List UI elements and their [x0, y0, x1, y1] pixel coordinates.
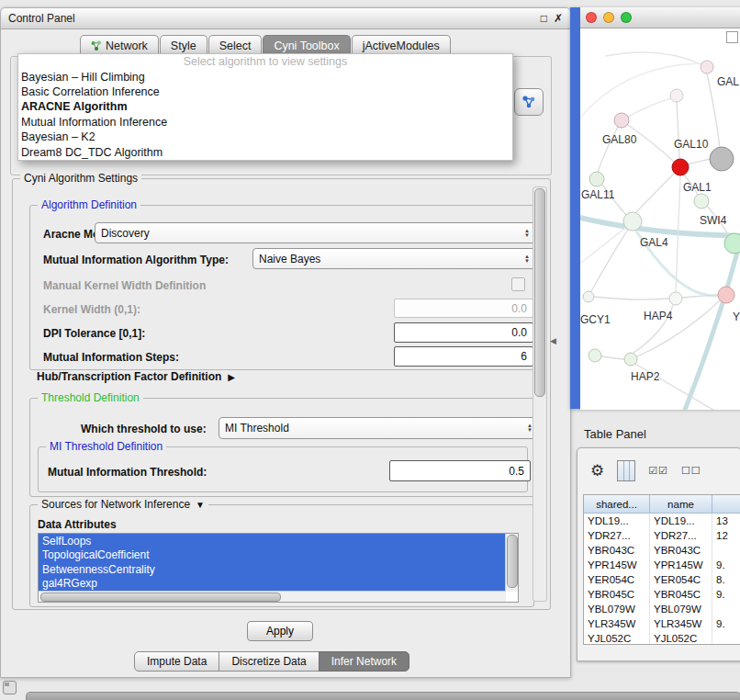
- bottom-tab-impute-data[interactable]: Impute Data: [134, 651, 219, 672]
- which-threshold-select[interactable]: MI Threshold ▲▼: [219, 417, 539, 439]
- tab-network[interactable]: Network: [80, 35, 159, 55]
- algorithm-option-bayesian-hill-climbing[interactable]: Bayesian – Hill Climbing: [18, 69, 512, 84]
- dpi-tolerance-field[interactable]: 0.0: [394, 322, 533, 343]
- aracne-mode-select[interactable]: Discovery ▲▼: [95, 222, 536, 243]
- bottom-tab-discretize-data[interactable]: Discretize Data: [219, 651, 319, 672]
- table-row[interactable]: YDL19...YDL19...13: [584, 514, 740, 528]
- attribute-item-topologicalcoefficient[interactable]: TopologicalCoefficient: [39, 548, 505, 563]
- table-cell: 8.: [712, 572, 740, 587]
- table-row[interactable]: YJL052CYJL052C: [584, 631, 740, 645]
- data-attributes-label: Data Attributes: [38, 518, 117, 531]
- columns-icon[interactable]: [617, 460, 635, 481]
- select-all-icon[interactable]: ☑☑: [648, 465, 668, 477]
- apply-button[interactable]: Apply: [247, 621, 313, 641]
- node-label: GCY1: [580, 313, 611, 326]
- algorithm-definition-title: Algorithm Definition: [38, 198, 140, 211]
- tab-select[interactable]: Select: [208, 35, 263, 55]
- graph-node[interactable]: [718, 287, 734, 303]
- restore-panel-icon[interactable]: [3, 681, 17, 694]
- graph-node[interactable]: [701, 61, 713, 73]
- mi-algorithm-type-select[interactable]: Naive Bayes ▲▼: [252, 248, 536, 269]
- minimize-traffic-light[interactable]: [603, 12, 614, 23]
- panel-collapse-arrow[interactable]: ◀: [550, 336, 556, 345]
- table-cell: YBR043C: [650, 543, 712, 558]
- graph-node[interactable]: [614, 113, 629, 128]
- network-window: GALGAL80GAL10GAL11GAL1SWI4GAL4GCY1HAP4YH…: [570, 7, 740, 409]
- control-panel-titlebar[interactable]: Control Panel □ ✗: [1, 8, 570, 29]
- algorithm-option-dream8-dc-tdc-algorithm[interactable]: Dream8 DC_TDC Algorithm: [18, 144, 512, 159]
- manual-kernel-checkbox: [511, 277, 525, 291]
- table-row[interactable]: YBR045CYBR045C9.: [584, 587, 740, 602]
- mi-steps-field[interactable]: 6: [394, 346, 533, 367]
- zoom-traffic-light[interactable]: [621, 12, 632, 23]
- aracne-mode-value: Discovery: [101, 227, 150, 240]
- deselect-all-icon[interactable]: ☐☐: [681, 465, 701, 477]
- table-panel-title: Table Panel: [584, 427, 646, 441]
- settings-scroll-thumb[interactable]: [534, 188, 545, 397]
- attribute-table: shared...name YDL19...YDL19...13YDR27...…: [583, 494, 740, 645]
- graph-node[interactable]: [624, 353, 637, 366]
- table-row[interactable]: YLR345WYLR345W9.: [584, 616, 740, 631]
- algorithm-option-basic-correlation-inference[interactable]: Basic Correlation Inference: [18, 85, 512, 99]
- graph-node[interactable]: [583, 291, 594, 302]
- node-label: GAL10: [674, 138, 709, 151]
- table-row[interactable]: YBR043CYBR043C: [584, 543, 740, 558]
- graph-node[interactable]: [589, 172, 604, 186]
- table-row[interactable]: YPR145WYPR145W9.: [584, 558, 740, 572]
- graph-node[interactable]: [589, 349, 601, 362]
- attribute-list[interactable]: SelfLoopsTopologicalCoefficientBetweenne…: [38, 533, 519, 603]
- table-row[interactable]: YBL079WYBL079W: [584, 602, 740, 616]
- gear-icon[interactable]: ⚙: [590, 461, 604, 480]
- graph-node[interactable]: [669, 292, 682, 305]
- column-header-shared[interactable]: shared...: [584, 495, 650, 514]
- hscroll-thumb[interactable]: [40, 593, 281, 602]
- attribute-item-gal4rgexp[interactable]: gal4RGexp: [39, 577, 505, 592]
- column-header-col3[interactable]: [712, 495, 740, 514]
- close-icon[interactable]: ✗: [554, 12, 563, 25]
- algorithm-option-mutual-information-inference[interactable]: Mutual Information Inference: [18, 115, 512, 130]
- birdseye-toggle[interactable]: [726, 31, 738, 43]
- network-graph: GALGAL80GAL10GAL11GAL1SWI4GAL4GCY1HAP4YH…: [580, 28, 740, 410]
- table-cell: 9.: [712, 616, 740, 631]
- vscroll-thumb[interactable]: [507, 535, 518, 588]
- table-toolbar: ⚙ ☑☑ ☐☐: [577, 454, 740, 487]
- graph-node[interactable]: [672, 159, 689, 175]
- table-cell: 9.: [712, 587, 740, 602]
- table-row[interactable]: YDR27...YDR27...12: [584, 528, 740, 543]
- network-view-canvas[interactable]: GALGAL80GAL10GAL11GAL1SWI4GAL4GCY1HAP4YH…: [580, 28, 740, 410]
- control-panel-window: Control Panel □ ✗ NetworkStyleSelectCyni…: [0, 7, 571, 678]
- tab-cyni-toolbox[interactable]: Cyni Toolbox: [263, 35, 350, 55]
- mi-threshold-field[interactable]: 0.5: [389, 460, 531, 481]
- tab-jactivemodules[interactable]: jActiveModules: [352, 35, 451, 55]
- column-header-name[interactable]: name: [650, 495, 712, 514]
- bottom-tab-infer-network[interactable]: Infer Network: [319, 651, 409, 672]
- attribute-list-vscrollbar: [505, 534, 518, 592]
- close-traffic-light[interactable]: [586, 12, 597, 23]
- graph-node[interactable]: [694, 194, 709, 209]
- window-title: Control Panel: [8, 12, 75, 25]
- table-cell: YDR27...: [584, 528, 650, 543]
- sources-title[interactable]: Sources for Network Inference ▼: [38, 498, 208, 511]
- algorithm-option-bayesian-k2[interactable]: Bayesian – K2: [18, 130, 512, 144]
- bottom-tab-bar: Impute DataDiscretize DataInfer Network: [134, 651, 409, 672]
- graph-node[interactable]: [670, 89, 683, 102]
- table-cell: YER054C: [584, 572, 650, 587]
- node-label: Y: [733, 310, 740, 323]
- attribute-item-selfloops[interactable]: SelfLoops: [39, 534, 505, 548]
- graph-node[interactable]: [623, 212, 642, 231]
- graph-node[interactable]: [724, 233, 740, 254]
- threshold-definition-title: Threshold Definition: [38, 391, 143, 404]
- algorithm-info-button[interactable]: [514, 88, 544, 116]
- table-cell: 13: [712, 514, 740, 528]
- tab-style[interactable]: Style: [160, 35, 207, 55]
- algorithm-option-aracne-algorithm[interactable]: ARACNE Algorithm: [18, 99, 512, 114]
- tab-label: Cyni Toolbox: [274, 40, 339, 52]
- minimize-icon[interactable]: □: [541, 12, 547, 25]
- graph-node[interactable]: [710, 147, 734, 171]
- network-window-titlebar[interactable]: [580, 7, 740, 28]
- table-cell: YBL079W: [650, 602, 712, 616]
- hub-definition-toggle[interactable]: Hub/Transcription Factor Definition ▶: [37, 370, 235, 383]
- table-row[interactable]: YER054CYER054C8.: [584, 572, 740, 587]
- sources-group: Sources for Network Inference ▼ Data Att…: [29, 504, 534, 607]
- attribute-item-betweennesscentrality[interactable]: BetweennessCentrality: [39, 562, 505, 577]
